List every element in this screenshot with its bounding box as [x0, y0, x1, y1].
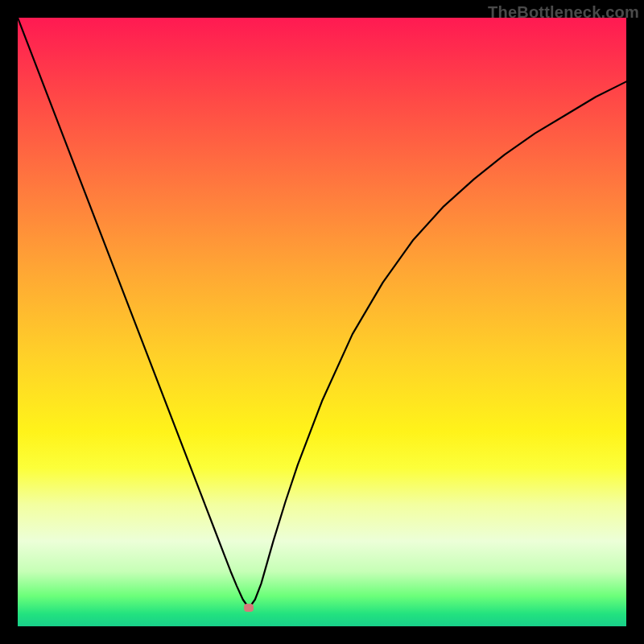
marker-dot	[244, 604, 254, 612]
curve-svg	[18, 18, 626, 626]
chart-frame: TheBottleneck.com	[0, 0, 644, 644]
bottleneck-curve	[18, 18, 626, 608]
watermark-text: TheBottleneck.com	[488, 3, 639, 22]
plot-area	[18, 18, 626, 626]
